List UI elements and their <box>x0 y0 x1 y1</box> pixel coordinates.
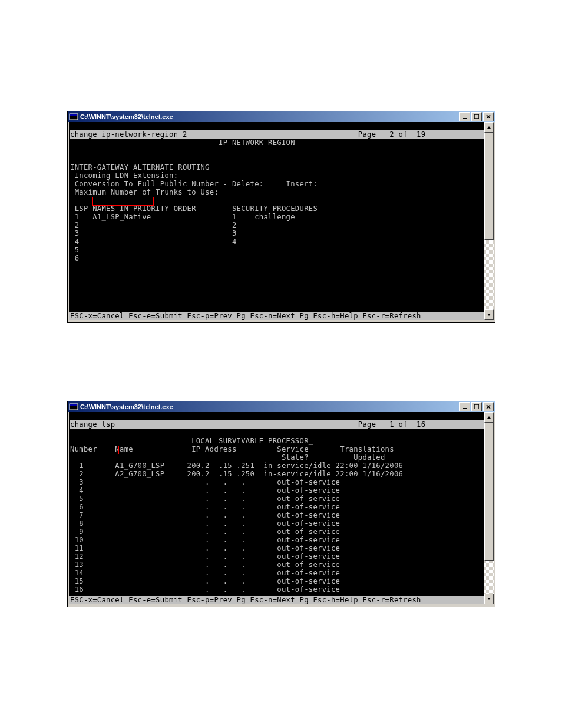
svg-rect-11 <box>474 404 479 409</box>
scroll-track[interactable] <box>484 423 494 594</box>
screen-title: IP NETWORK REGION <box>70 139 295 147</box>
vertical-scrollbar[interactable] <box>484 122 494 320</box>
terminal-content[interactable]: change ip-network-region 2 Page 2 of 19 … <box>69 122 484 320</box>
titlebar[interactable]: C:\WINNT\system32\telnet.exe <box>68 401 495 412</box>
scroll-thumb[interactable] <box>484 423 494 561</box>
table-body: 1 A1_G700_LSP 200.2 .15 .251 in-service/… <box>70 462 403 594</box>
footer-hints: ESC-x=Cancel Esc-e=Submit Esc-p=Prev Pg … <box>69 596 484 604</box>
column-header-1: Number Name IP Address Service Translati… <box>70 445 394 453</box>
scroll-down-button[interactable] <box>484 594 494 604</box>
close-button[interactable] <box>483 112 494 121</box>
column-header-2: State? Updated <box>70 453 385 462</box>
svg-rect-1 <box>70 114 77 116</box>
app-icon <box>69 112 78 121</box>
close-button[interactable] <box>483 402 494 411</box>
scroll-up-button[interactable] <box>484 412 494 423</box>
scroll-track[interactable] <box>484 133 494 309</box>
telnet-window-2: C:\WINNT\system32\telnet.exe change lsp … <box>67 401 495 607</box>
svg-rect-3 <box>474 114 479 119</box>
terminal-content[interactable]: change lsp Page 1 of 16 LOCAL SURVIVABLE… <box>69 412 484 604</box>
svg-marker-6 <box>487 126 491 129</box>
minimize-button[interactable] <box>459 112 470 121</box>
scroll-down-button[interactable] <box>484 309 494 320</box>
window-title: C:\WINNT\system32\telnet.exe <box>80 403 459 410</box>
app-icon <box>69 402 78 411</box>
document-page: C:\WINNT\system32\telnet.exe change ip-n… <box>0 0 562 728</box>
screen-title: LOCAL SURVIVABLE PROCESSOR_ <box>70 437 313 445</box>
maximize-button[interactable] <box>471 402 482 411</box>
telnet-window-1: C:\WINNT\system32\telnet.exe change ip-n… <box>67 111 495 323</box>
titlebar[interactable]: C:\WINNT\system32\telnet.exe <box>68 111 495 122</box>
svg-marker-14 <box>487 416 491 419</box>
terminal-client-area: change ip-network-region 2 Page 2 of 19 … <box>69 122 494 320</box>
svg-marker-15 <box>487 598 491 600</box>
svg-rect-9 <box>70 404 77 406</box>
footer-hints: ESC-x=Cancel Esc-e=Submit Esc-p=Prev Pg … <box>69 312 484 320</box>
svg-rect-2 <box>463 118 467 119</box>
terminal-body: INTER-GATEWAY ALTERNATE ROUTING Incoming… <box>70 163 318 262</box>
svg-marker-7 <box>487 314 491 316</box>
maximize-button[interactable] <box>471 112 482 121</box>
svg-rect-10 <box>463 408 467 409</box>
minimize-button[interactable] <box>459 402 470 411</box>
scroll-thumb[interactable] <box>484 133 494 240</box>
scroll-up-button[interactable] <box>484 122 494 133</box>
command-header: change ip-network-region 2 Page 2 of 19 <box>70 130 484 139</box>
vertical-scrollbar[interactable] <box>484 412 494 604</box>
command-header: change lsp Page 1 of 16 <box>70 420 484 429</box>
terminal-client-area: change lsp Page 1 of 16 LOCAL SURVIVABLE… <box>69 412 494 604</box>
window-title: C:\WINNT\system32\telnet.exe <box>80 113 459 120</box>
